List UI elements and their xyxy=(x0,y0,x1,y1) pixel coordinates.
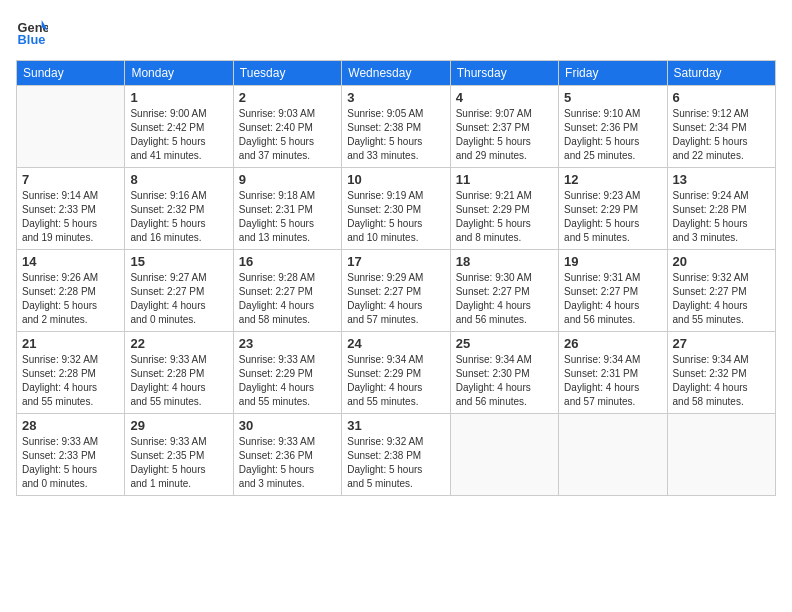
day-info: Sunrise: 9:29 AM Sunset: 2:27 PM Dayligh… xyxy=(347,271,444,327)
day-number: 19 xyxy=(564,254,661,269)
day-number: 14 xyxy=(22,254,119,269)
calendar-cell: 21Sunrise: 9:32 AM Sunset: 2:28 PM Dayli… xyxy=(17,332,125,414)
day-info: Sunrise: 9:30 AM Sunset: 2:27 PM Dayligh… xyxy=(456,271,553,327)
calendar-cell: 22Sunrise: 9:33 AM Sunset: 2:28 PM Dayli… xyxy=(125,332,233,414)
calendar-cell: 14Sunrise: 9:26 AM Sunset: 2:28 PM Dayli… xyxy=(17,250,125,332)
day-number: 23 xyxy=(239,336,336,351)
calendar-cell: 30Sunrise: 9:33 AM Sunset: 2:36 PM Dayli… xyxy=(233,414,341,496)
calendar-cell: 1Sunrise: 9:00 AM Sunset: 2:42 PM Daylig… xyxy=(125,86,233,168)
day-info: Sunrise: 9:27 AM Sunset: 2:27 PM Dayligh… xyxy=(130,271,227,327)
day-info: Sunrise: 9:34 AM Sunset: 2:30 PM Dayligh… xyxy=(456,353,553,409)
weekday-header: Thursday xyxy=(450,61,558,86)
day-info: Sunrise: 9:34 AM Sunset: 2:31 PM Dayligh… xyxy=(564,353,661,409)
day-number: 22 xyxy=(130,336,227,351)
day-number: 24 xyxy=(347,336,444,351)
day-info: Sunrise: 9:12 AM Sunset: 2:34 PM Dayligh… xyxy=(673,107,770,163)
day-info: Sunrise: 9:33 AM Sunset: 2:36 PM Dayligh… xyxy=(239,435,336,491)
day-number: 11 xyxy=(456,172,553,187)
calendar-cell: 25Sunrise: 9:34 AM Sunset: 2:30 PM Dayli… xyxy=(450,332,558,414)
page-header: General Blue xyxy=(16,16,776,48)
calendar-table: SundayMondayTuesdayWednesdayThursdayFrid… xyxy=(16,60,776,496)
day-info: Sunrise: 9:33 AM Sunset: 2:29 PM Dayligh… xyxy=(239,353,336,409)
day-info: Sunrise: 9:32 AM Sunset: 2:28 PM Dayligh… xyxy=(22,353,119,409)
day-info: Sunrise: 9:05 AM Sunset: 2:38 PM Dayligh… xyxy=(347,107,444,163)
day-info: Sunrise: 9:21 AM Sunset: 2:29 PM Dayligh… xyxy=(456,189,553,245)
calendar-cell: 29Sunrise: 9:33 AM Sunset: 2:35 PM Dayli… xyxy=(125,414,233,496)
day-info: Sunrise: 9:14 AM Sunset: 2:33 PM Dayligh… xyxy=(22,189,119,245)
day-info: Sunrise: 9:32 AM Sunset: 2:38 PM Dayligh… xyxy=(347,435,444,491)
calendar-cell xyxy=(559,414,667,496)
day-number: 18 xyxy=(456,254,553,269)
logo: General Blue xyxy=(16,16,52,48)
day-number: 3 xyxy=(347,90,444,105)
day-info: Sunrise: 9:33 AM Sunset: 2:33 PM Dayligh… xyxy=(22,435,119,491)
calendar-header-row: SundayMondayTuesdayWednesdayThursdayFrid… xyxy=(17,61,776,86)
day-number: 4 xyxy=(456,90,553,105)
calendar-cell: 4Sunrise: 9:07 AM Sunset: 2:37 PM Daylig… xyxy=(450,86,558,168)
day-number: 28 xyxy=(22,418,119,433)
calendar-cell: 10Sunrise: 9:19 AM Sunset: 2:30 PM Dayli… xyxy=(342,168,450,250)
day-number: 20 xyxy=(673,254,770,269)
calendar-cell: 7Sunrise: 9:14 AM Sunset: 2:33 PM Daylig… xyxy=(17,168,125,250)
calendar-cell xyxy=(17,86,125,168)
calendar-cell: 11Sunrise: 9:21 AM Sunset: 2:29 PM Dayli… xyxy=(450,168,558,250)
day-number: 27 xyxy=(673,336,770,351)
calendar-cell: 17Sunrise: 9:29 AM Sunset: 2:27 PM Dayli… xyxy=(342,250,450,332)
day-number: 21 xyxy=(22,336,119,351)
day-number: 13 xyxy=(673,172,770,187)
day-info: Sunrise: 9:32 AM Sunset: 2:27 PM Dayligh… xyxy=(673,271,770,327)
calendar-cell: 24Sunrise: 9:34 AM Sunset: 2:29 PM Dayli… xyxy=(342,332,450,414)
calendar-cell: 20Sunrise: 9:32 AM Sunset: 2:27 PM Dayli… xyxy=(667,250,775,332)
day-info: Sunrise: 9:33 AM Sunset: 2:28 PM Dayligh… xyxy=(130,353,227,409)
day-info: Sunrise: 9:34 AM Sunset: 2:29 PM Dayligh… xyxy=(347,353,444,409)
day-info: Sunrise: 9:24 AM Sunset: 2:28 PM Dayligh… xyxy=(673,189,770,245)
calendar-cell: 15Sunrise: 9:27 AM Sunset: 2:27 PM Dayli… xyxy=(125,250,233,332)
day-info: Sunrise: 9:18 AM Sunset: 2:31 PM Dayligh… xyxy=(239,189,336,245)
calendar-week-row: 14Sunrise: 9:26 AM Sunset: 2:28 PM Dayli… xyxy=(17,250,776,332)
day-info: Sunrise: 9:19 AM Sunset: 2:30 PM Dayligh… xyxy=(347,189,444,245)
day-info: Sunrise: 9:31 AM Sunset: 2:27 PM Dayligh… xyxy=(564,271,661,327)
day-number: 8 xyxy=(130,172,227,187)
weekday-header: Wednesday xyxy=(342,61,450,86)
calendar-cell: 13Sunrise: 9:24 AM Sunset: 2:28 PM Dayli… xyxy=(667,168,775,250)
day-number: 30 xyxy=(239,418,336,433)
svg-text:Blue: Blue xyxy=(18,32,46,47)
calendar-cell: 27Sunrise: 9:34 AM Sunset: 2:32 PM Dayli… xyxy=(667,332,775,414)
day-info: Sunrise: 9:07 AM Sunset: 2:37 PM Dayligh… xyxy=(456,107,553,163)
calendar-cell: 3Sunrise: 9:05 AM Sunset: 2:38 PM Daylig… xyxy=(342,86,450,168)
day-info: Sunrise: 9:10 AM Sunset: 2:36 PM Dayligh… xyxy=(564,107,661,163)
day-number: 17 xyxy=(347,254,444,269)
day-number: 2 xyxy=(239,90,336,105)
calendar-week-row: 28Sunrise: 9:33 AM Sunset: 2:33 PM Dayli… xyxy=(17,414,776,496)
calendar-cell: 18Sunrise: 9:30 AM Sunset: 2:27 PM Dayli… xyxy=(450,250,558,332)
day-info: Sunrise: 9:33 AM Sunset: 2:35 PM Dayligh… xyxy=(130,435,227,491)
day-info: Sunrise: 9:26 AM Sunset: 2:28 PM Dayligh… xyxy=(22,271,119,327)
calendar-cell: 2Sunrise: 9:03 AM Sunset: 2:40 PM Daylig… xyxy=(233,86,341,168)
weekday-header: Monday xyxy=(125,61,233,86)
day-number: 7 xyxy=(22,172,119,187)
calendar-cell: 8Sunrise: 9:16 AM Sunset: 2:32 PM Daylig… xyxy=(125,168,233,250)
day-info: Sunrise: 9:28 AM Sunset: 2:27 PM Dayligh… xyxy=(239,271,336,327)
day-number: 12 xyxy=(564,172,661,187)
calendar-cell: 26Sunrise: 9:34 AM Sunset: 2:31 PM Dayli… xyxy=(559,332,667,414)
day-number: 9 xyxy=(239,172,336,187)
weekday-header: Sunday xyxy=(17,61,125,86)
day-info: Sunrise: 9:23 AM Sunset: 2:29 PM Dayligh… xyxy=(564,189,661,245)
weekday-header: Friday xyxy=(559,61,667,86)
day-number: 26 xyxy=(564,336,661,351)
day-number: 6 xyxy=(673,90,770,105)
weekday-header: Saturday xyxy=(667,61,775,86)
day-number: 10 xyxy=(347,172,444,187)
calendar-week-row: 7Sunrise: 9:14 AM Sunset: 2:33 PM Daylig… xyxy=(17,168,776,250)
day-number: 1 xyxy=(130,90,227,105)
calendar-cell: 9Sunrise: 9:18 AM Sunset: 2:31 PM Daylig… xyxy=(233,168,341,250)
day-info: Sunrise: 9:34 AM Sunset: 2:32 PM Dayligh… xyxy=(673,353,770,409)
weekday-header: Tuesday xyxy=(233,61,341,86)
calendar-week-row: 1Sunrise: 9:00 AM Sunset: 2:42 PM Daylig… xyxy=(17,86,776,168)
calendar-cell xyxy=(450,414,558,496)
calendar-cell: 31Sunrise: 9:32 AM Sunset: 2:38 PM Dayli… xyxy=(342,414,450,496)
calendar-cell: 28Sunrise: 9:33 AM Sunset: 2:33 PM Dayli… xyxy=(17,414,125,496)
day-info: Sunrise: 9:03 AM Sunset: 2:40 PM Dayligh… xyxy=(239,107,336,163)
calendar-cell: 19Sunrise: 9:31 AM Sunset: 2:27 PM Dayli… xyxy=(559,250,667,332)
calendar-week-row: 21Sunrise: 9:32 AM Sunset: 2:28 PM Dayli… xyxy=(17,332,776,414)
